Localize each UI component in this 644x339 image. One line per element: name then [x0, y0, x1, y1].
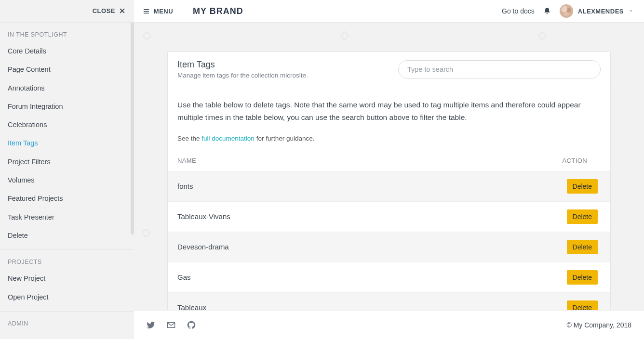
doc-line: See the full documentation for further g… [177, 135, 601, 142]
envelope-icon [167, 321, 175, 329]
close-label: CLOSE [93, 7, 115, 14]
sidebar-heading: IN THE SPOTLIGHT [0, 23, 134, 42]
docs-link[interactable]: Go to docs [502, 7, 535, 15]
copyright: © My Company, 2018 [566, 321, 631, 329]
tag-name: Tableaux [168, 292, 414, 310]
table-row: fontsDelete [168, 171, 610, 201]
sidebar-item-core-details[interactable]: Core Details [0, 42, 134, 60]
sidebar-item-featured-projects[interactable]: Featured Projects [0, 189, 134, 208]
menu-label: MENU [154, 8, 173, 15]
caret-down-icon [629, 9, 633, 13]
delete-button[interactable]: Delete [567, 240, 598, 254]
sidebar-item-task-presenter[interactable]: Task Presenter [0, 208, 134, 226]
delete-button[interactable]: Delete [567, 179, 598, 194]
table-row: Deveson-dramaDelete [168, 232, 610, 262]
sidebar-item-delete[interactable]: Delete [0, 226, 134, 245]
sidebar-item-annotations[interactable]: Annotations [0, 79, 134, 97]
user-menu[interactable]: ALEXMENDES [560, 4, 633, 18]
content-area: Item Tags Manage item tags for the colle… [134, 23, 644, 339]
bell-icon [543, 7, 551, 15]
sidebar-item-open-project[interactable]: Open Project [0, 288, 134, 306]
item-tags-card: Item Tags Manage item tags for the colle… [167, 52, 611, 310]
sidebar: IN THE SPOTLIGHTCore DetailsPage Content… [0, 23, 134, 339]
sidebar-item-forum-integration[interactable]: Forum Integration [0, 97, 134, 116]
col-action-header: ACTION [414, 150, 610, 171]
search-input[interactable] [398, 60, 601, 78]
close-icon [119, 8, 125, 14]
sidebar-heading: PROJECTS [0, 250, 134, 269]
avatar [560, 4, 573, 18]
twitter-link[interactable] [147, 321, 155, 329]
card-subtitle: Manage item tags for the collection micr… [177, 72, 308, 79]
twitter-icon [147, 321, 155, 329]
sidebar-item-volumes[interactable]: Volumes [0, 171, 134, 189]
sidebar-item-project-filters[interactable]: Project Filters [0, 153, 134, 171]
brand-title: MY BRAND [182, 0, 254, 22]
delete-button[interactable]: Delete [567, 270, 598, 285]
tags-table: NAME ACTION fontsDeleteTableaux-VivansDe… [168, 150, 610, 310]
delete-button[interactable]: Delete [567, 209, 598, 224]
sidebar-item-item-tags[interactable]: Item Tags [0, 134, 134, 152]
menu-button[interactable]: MENU [134, 0, 182, 22]
table-row: TableauxDelete [168, 292, 610, 310]
notifications-button[interactable] [543, 7, 551, 15]
card-description: Use the table below to delete tags. Note… [177, 99, 601, 124]
tag-name: Tableaux-Vivans [168, 201, 414, 232]
sidebar-item-page-content[interactable]: Page Content [0, 60, 134, 78]
email-link[interactable] [167, 321, 175, 329]
sidebar-heading: ADMIN [0, 312, 134, 331]
delete-button[interactable]: Delete [567, 300, 598, 310]
menu-icon [143, 8, 150, 14]
table-row: Tableaux-VivansDelete [168, 201, 610, 232]
sidebar-item-celebrations[interactable]: Celebrations [0, 116, 134, 134]
full-documentation-link[interactable]: full documentation [201, 135, 255, 142]
tag-name: Gas [168, 262, 414, 292]
card-title: Item Tags [177, 60, 308, 70]
github-link[interactable] [187, 321, 196, 329]
sidebar-item-new-project[interactable]: New Project [0, 269, 134, 287]
appbar: CLOSE MENU MY BRAND Go to docs ALEXMENDE… [0, 0, 644, 23]
github-icon [187, 321, 196, 329]
close-sidebar-button[interactable]: CLOSE [0, 0, 134, 22]
username: ALEXMENDES [578, 8, 624, 15]
col-name-header: NAME [168, 150, 414, 171]
footer: © My Company, 2018 [134, 310, 644, 339]
tag-name: Deveson-drama [168, 232, 414, 262]
tag-name: fonts [168, 171, 414, 201]
table-row: GasDelete [168, 262, 610, 292]
